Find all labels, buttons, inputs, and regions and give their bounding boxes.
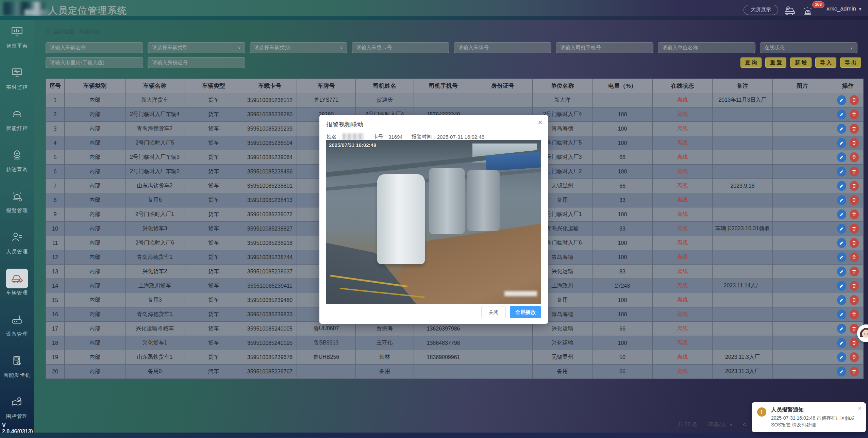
vehicle-monitor-icon[interactable] [784, 6, 797, 17]
delete-button[interactable] [850, 295, 859, 305]
toast-title: 人员报警通知 [771, 406, 804, 414]
filter-plate-no-input[interactable]: 请输入车牌号 [454, 42, 551, 53]
cell: 10 [46, 222, 65, 236]
edit-button[interactable] [837, 110, 846, 119]
edit-button[interactable] [837, 238, 846, 248]
status-badge: 离线 [653, 322, 713, 336]
trash-icon [852, 155, 856, 160]
user-menu[interactable]: xrkc_admin▼ [827, 5, 862, 12]
filter-vehicle-category-select[interactable]: 请选择车辆类别∨ [250, 42, 347, 53]
delete-button[interactable] [850, 267, 859, 276]
row-actions [832, 279, 864, 293]
filter-vehicle-type-select[interactable]: 请选择车辆类型∨ [148, 42, 245, 53]
edit-button[interactable] [837, 209, 846, 219]
cell: 100 [592, 165, 653, 179]
edit-button[interactable] [837, 267, 846, 276]
edit-button[interactable] [837, 324, 846, 334]
placeholder-text: 请输入电量(小于输入值) [50, 60, 104, 66]
page-size-select[interactable]: 20条/页 ∨ [708, 421, 733, 428]
sidebar-item-person[interactable]: 人员管理 [0, 228, 34, 267]
sidebar-item-alarm[interactable]: 报警管理 [0, 186, 34, 225]
add-button[interactable]: 新 增 [790, 57, 811, 68]
close-button[interactable]: 关闭 [481, 306, 506, 318]
cell: 货车 [184, 136, 243, 150]
filter-org-name-input[interactable]: 请输入单位名称 [658, 42, 755, 53]
delete-button[interactable] [850, 181, 859, 191]
column-header: 电量（%） [592, 79, 653, 93]
placeholder-text: 请输入身份证号 [152, 60, 188, 66]
alarm-siren-icon[interactable] [803, 6, 813, 17]
edit-button[interactable] [837, 295, 846, 305]
cell [473, 93, 533, 107]
edit-button[interactable] [837, 281, 846, 291]
cell: 货车 [184, 207, 243, 222]
delete-button[interactable] [850, 124, 859, 134]
edit-button[interactable] [837, 167, 846, 176]
camera-video-frame[interactable]: 2025/07/31 16:02:48 [326, 140, 541, 304]
delete-button[interactable] [850, 209, 859, 219]
prev-page-button[interactable]: < [743, 421, 747, 428]
delete-button[interactable] [850, 224, 859, 234]
import-button[interactable]: 导 入 [815, 57, 836, 68]
card-machine-icon [6, 351, 28, 371]
row-actions [832, 136, 864, 150]
lamp-icon [6, 104, 28, 124]
status-badge: 离线 [653, 279, 713, 293]
cell: 359510085239239 [243, 122, 297, 136]
edit-button[interactable] [837, 338, 846, 348]
delete-button[interactable] [850, 367, 859, 376]
close-icon[interactable]: × [858, 405, 862, 412]
edit-button[interactable] [837, 124, 846, 134]
sidebar-item-track[interactable]: 轨迹查询 [0, 145, 34, 184]
delete-button[interactable] [850, 281, 859, 291]
delete-button[interactable] [850, 138, 859, 148]
sidebar-item-card[interactable]: 智能发卡机 [0, 351, 34, 390]
filter-vehicle-name-input[interactable]: 请输入车辆名称 [46, 42, 143, 53]
delete-button[interactable] [850, 252, 859, 262]
sidebar-item-vehicle[interactable]: 车辆管理 [0, 269, 34, 308]
cell [713, 250, 773, 265]
edit-button[interactable] [837, 181, 846, 191]
filter-card-no-input[interactable]: 请输入车载卡号 [352, 42, 449, 53]
export-button[interactable]: 导 出 [840, 57, 861, 68]
delete-button[interactable] [850, 152, 859, 162]
delete-button[interactable] [850, 238, 859, 248]
column-header: 司机手机号 [414, 79, 473, 93]
sidebar-item-device[interactable]: 设备管理 [0, 310, 34, 349]
sidebar-item-light[interactable]: 智能灯控 [0, 104, 34, 143]
cell: 内部 [65, 365, 126, 379]
delete-button[interactable] [850, 167, 859, 176]
edit-button[interactable] [837, 367, 846, 376]
delete-button[interactable] [850, 309, 859, 319]
sidebar-item-platform[interactable]: 智慧平台 [0, 22, 34, 61]
filter-online-status-select[interactable]: 在线状态∨ [760, 42, 857, 53]
cell [713, 265, 773, 279]
delete-button[interactable] [850, 352, 859, 362]
row-actions [832, 107, 864, 122]
cell: 100 [592, 107, 653, 122]
edit-button[interactable] [837, 138, 846, 148]
delete-button[interactable] [850, 338, 859, 348]
filter-id-card-input[interactable]: 请输入身份证号 [148, 57, 245, 68]
edit-button[interactable] [837, 195, 846, 205]
sidebar-item-realtime[interactable]: 实时监控 [0, 63, 34, 102]
query-button[interactable]: 查 询 [740, 57, 762, 68]
delete-button[interactable] [850, 110, 859, 119]
close-icon[interactable]: × [538, 118, 542, 127]
status-badge: 离线 [653, 107, 713, 122]
edit-button[interactable] [837, 224, 846, 234]
delete-button[interactable] [850, 195, 859, 205]
big-screen-button[interactable]: 大屏展示 [744, 5, 778, 15]
filter-driver-phone-input[interactable]: 请输入司机手机号 [556, 42, 653, 53]
delete-button[interactable] [850, 95, 859, 105]
edit-button[interactable] [837, 152, 846, 162]
reset-button[interactable]: 重 置 [765, 57, 786, 68]
edit-button[interactable] [837, 352, 846, 362]
edit-button[interactable] [837, 95, 846, 105]
pencil-icon [839, 298, 844, 303]
fullscreen-play-button[interactable]: 全屏播放 [510, 306, 541, 318]
trash-icon [852, 183, 856, 188]
filter-battery-input[interactable]: 请输入电量(小于输入值) [46, 57, 143, 68]
edit-button[interactable] [837, 252, 846, 262]
edit-button[interactable] [837, 309, 846, 319]
